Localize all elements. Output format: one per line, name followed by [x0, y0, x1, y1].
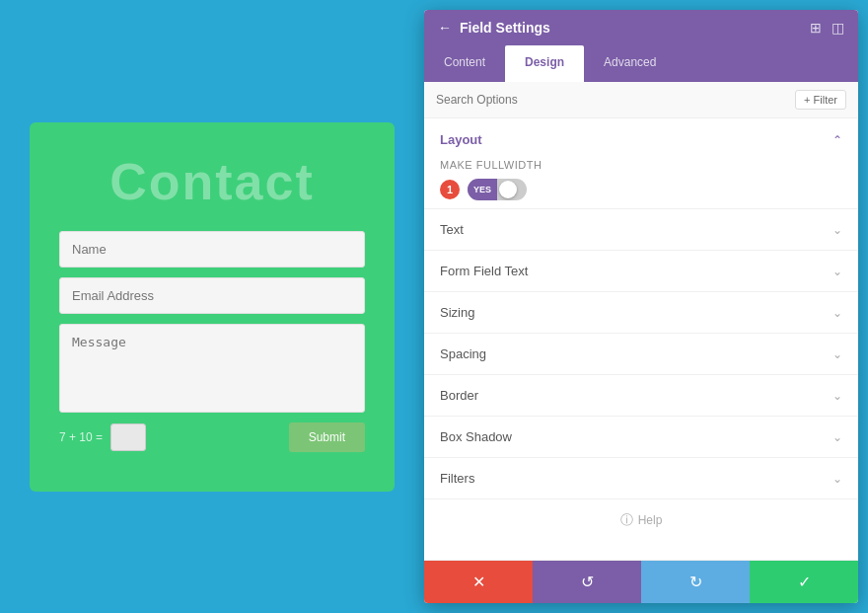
make-fullwidth-label: Make Fullwidth	[440, 159, 842, 171]
columns-icon[interactable]: ◫	[832, 20, 844, 36]
tabs-row: Content Design Advanced	[424, 45, 858, 82]
captcha-box[interactable]	[110, 423, 146, 451]
tab-content[interactable]: Content	[424, 45, 505, 82]
submit-button[interactable]: Submit	[289, 422, 365, 452]
undo-button[interactable]: ↺	[533, 561, 641, 603]
header-left: ← Field Settings	[438, 20, 550, 36]
grid-icon[interactable]: ⊞	[810, 20, 822, 36]
settings-header: ← Field Settings ⊞ ◫	[424, 10, 858, 45]
box-shadow-label: Box Shadow	[440, 429, 512, 444]
layout-section-title: Layout	[440, 132, 482, 147]
text-section-label: Text	[440, 222, 464, 237]
toggle-yes-label: YES	[468, 179, 497, 200]
fullwidth-toggle[interactable]: YES	[468, 179, 527, 200]
name-input[interactable]	[59, 231, 365, 268]
tab-design[interactable]: Design	[505, 45, 584, 82]
box-shadow-section[interactable]: Box Shadow ⌄	[424, 417, 858, 458]
header-right: ⊞ ◫	[810, 20, 844, 36]
text-chevron-down-icon: ⌄	[832, 223, 842, 237]
cancel-button[interactable]: ✕	[424, 561, 533, 603]
captcha-label: 7 + 10 =	[59, 430, 103, 444]
sizing-label: Sizing	[440, 305, 474, 320]
layout-section: Layout ⌃ Make Fullwidth 1 YES	[424, 118, 858, 209]
help-row: ⓘ Help	[424, 499, 858, 541]
form-field-text-label: Form Field Text	[440, 264, 528, 278]
contact-card: Contact 7 + 10 = Submit	[30, 122, 395, 492]
toggle-row: 1 YES	[440, 179, 842, 200]
filters-chevron-icon: ⌄	[832, 472, 842, 486]
border-label: Border	[440, 388, 478, 403]
badge-1: 1	[440, 180, 460, 199]
sizing-section[interactable]: Sizing ⌄	[424, 292, 858, 334]
box-shadow-chevron-icon: ⌄	[832, 430, 842, 444]
captcha-row: 7 + 10 = Submit	[59, 422, 365, 452]
settings-panel: ← Field Settings ⊞ ◫ Content Design Adva…	[424, 10, 858, 603]
sizing-chevron-icon: ⌄	[832, 306, 842, 320]
help-circle-icon: ⓘ	[620, 511, 633, 529]
save-button[interactable]: ✓	[750, 561, 858, 603]
contact-title: Contact	[59, 152, 365, 211]
form-field-text-section[interactable]: Form Field Text ⌄	[424, 251, 858, 292]
spacing-section[interactable]: Spacing ⌄	[424, 334, 858, 375]
toggle-thumb	[499, 181, 517, 198]
email-input[interactable]	[59, 277, 365, 314]
filter-button[interactable]: + Filter	[795, 90, 846, 110]
tab-advanced[interactable]: Advanced	[584, 45, 676, 82]
search-options-input[interactable]	[436, 93, 795, 107]
filters-section[interactable]: Filters ⌄	[424, 458, 858, 499]
spacing-chevron-icon: ⌄	[832, 347, 842, 361]
redo-button[interactable]: ↻	[641, 561, 750, 603]
form-field-text-chevron-icon: ⌄	[832, 265, 842, 278]
spacing-label: Spacing	[440, 346, 486, 361]
help-label[interactable]: Help	[638, 513, 663, 527]
border-section[interactable]: Border ⌄	[424, 375, 858, 417]
settings-panel-title: Field Settings	[460, 20, 550, 36]
search-row: + Filter	[424, 82, 858, 118]
message-input[interactable]	[59, 324, 365, 413]
filters-label: Filters	[440, 471, 474, 486]
left-panel: Contact 7 + 10 = Submit	[0, 0, 424, 613]
layout-section-header: Layout ⌃	[440, 132, 842, 147]
settings-footer: ✕ ↺ ↻ ✓	[424, 560, 858, 603]
layout-chevron-up-icon[interactable]: ⌃	[832, 133, 842, 147]
border-chevron-icon: ⌄	[832, 389, 842, 403]
back-arrow-icon[interactable]: ←	[438, 20, 452, 36]
text-section[interactable]: Text ⌄	[424, 209, 858, 251]
settings-content: Layout ⌃ Make Fullwidth 1 YES Text ⌄ For…	[424, 118, 858, 560]
